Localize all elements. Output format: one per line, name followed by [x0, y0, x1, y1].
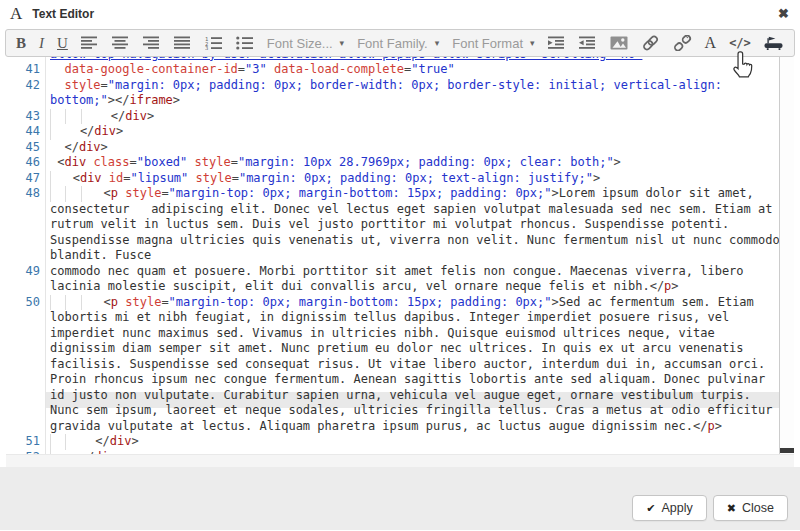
indent-icon: [548, 36, 566, 50]
indent-guide: [50, 171, 65, 187]
indent-guide: [81, 186, 96, 202]
code-line-content: data-google-container-id="3" data-load-c…: [46, 62, 780, 78]
indent-guide: [50, 295, 65, 311]
vertical-scrollbar[interactable]: [779, 57, 794, 455]
code-lines: allow-top-navigation-by-user-activation …: [6, 57, 794, 467]
line-number: 46: [6, 155, 46, 171]
underline-icon: U: [57, 35, 68, 52]
align-left-button[interactable]: [81, 30, 99, 56]
code-line: 45 </div>: [6, 140, 780, 156]
window-title: Text Editor: [32, 7, 94, 21]
line-number: 45: [6, 140, 46, 156]
code-line-content: </div>: [46, 434, 780, 450]
indent-button[interactable]: [548, 30, 566, 56]
code-line-content: style="margin: 0px; padding: 0px; border…: [46, 78, 780, 109]
font-color-button[interactable]: A: [705, 30, 717, 56]
code-line: 50 <p style="margin-top: 0px; margin-bot…: [6, 295, 780, 435]
code-line: 47 <div id="lipsum" style="margin: 0px; …: [6, 171, 780, 187]
code-line: 44 </div>: [6, 124, 780, 140]
code-line-content: <p style="margin-top: 0px; margin-bottom…: [46, 186, 780, 264]
code-line-content: commodo nec quam et posuere. Morbi portt…: [46, 264, 780, 295]
indent-guide: [50, 186, 65, 202]
code-line-content: <div id="lipsum" style="margin: 0px; pad…: [46, 171, 780, 187]
code-view-icon: </>: [729, 36, 751, 50]
line-number: 41: [6, 62, 46, 78]
ordered-list-button[interactable]: 123: [205, 30, 223, 56]
indent-guide: [65, 434, 80, 450]
indent-guide: [81, 295, 96, 311]
justify-icon: [174, 36, 192, 50]
bold-icon: B: [16, 35, 26, 52]
ordered-list-icon: 123: [205, 36, 223, 50]
line-number: 48: [6, 186, 46, 264]
font-format-label: Font Format: [452, 36, 523, 51]
link-icon: [641, 35, 660, 51]
indent-guide: [65, 186, 80, 202]
line-number: 50: [6, 295, 46, 435]
align-right-icon: [143, 36, 161, 50]
bold-button[interactable]: B: [16, 30, 26, 56]
code-line: 46 <div class="boxed" style="margin: 10p…: [6, 155, 780, 171]
image-button[interactable]: [610, 30, 628, 56]
code-line-content: </div>: [46, 124, 780, 140]
bath-icon: [764, 36, 784, 51]
code-view-button[interactable]: </>: [729, 30, 751, 56]
formatting-toolbar: BIU123Font Size...▾Font Family.▾Font For…: [5, 29, 795, 57]
indent-guide: [50, 434, 65, 450]
line-number: 51: [6, 434, 46, 450]
line-number: 49: [6, 264, 46, 295]
code-line: 41 data-google-container-id="3" data-loa…: [6, 62, 780, 78]
close-button-label: Close: [742, 501, 774, 515]
text-editor-icon: A: [10, 4, 22, 24]
font-size-label: Font Size...: [267, 36, 333, 51]
code-line: 43 </div>: [6, 109, 780, 125]
line-number: 43: [6, 109, 46, 125]
indent-guide: [50, 124, 65, 140]
code-editor[interactable]: allow-top-navigation-by-user-activation …: [6, 57, 794, 467]
horizontal-scrollbar[interactable]: [6, 454, 794, 467]
align-right-button[interactable]: [143, 30, 161, 56]
font-family-label: Font Family.: [357, 36, 428, 51]
svg-text:3: 3: [205, 45, 208, 50]
line-number: 44: [6, 124, 46, 140]
font-size-dropdown[interactable]: Font Size...▾: [267, 30, 344, 56]
apply-button[interactable]: ✔ Apply: [632, 495, 707, 521]
code-line-content: <p style="margin-top: 0px; margin-bottom…: [46, 295, 780, 435]
unlink-button[interactable]: [673, 30, 692, 56]
outdent-button[interactable]: [579, 30, 597, 56]
code-line-content: <div class="boxed" style="margin: 10px 2…: [46, 155, 780, 171]
align-center-icon: [112, 36, 130, 50]
align-center-button[interactable]: [112, 30, 130, 56]
indent-guide: [50, 109, 65, 125]
line-number: 47: [6, 171, 46, 187]
code-line: 49commodo nec quam et posuere. Morbi por…: [6, 264, 780, 295]
close-icon[interactable]: ✖: [778, 6, 789, 21]
link-button[interactable]: [641, 30, 660, 56]
bath-button[interactable]: [764, 30, 784, 56]
chevron-down-icon: ▾: [340, 38, 345, 48]
code-line-content: </div>: [46, 109, 780, 125]
align-left-icon: [81, 36, 99, 50]
x-icon: ✖: [727, 502, 736, 515]
chevron-down-icon: ▾: [530, 38, 535, 48]
font-format-dropdown[interactable]: Font Format▾: [452, 30, 534, 56]
italic-button[interactable]: I: [39, 30, 44, 56]
code-line: 51 </div>: [6, 434, 780, 450]
image-icon: [610, 36, 628, 50]
unlink-icon: [673, 35, 692, 51]
italic-icon: I: [39, 35, 44, 52]
check-icon: ✔: [646, 502, 655, 515]
code-line: 48 <p style="margin-top: 0px; margin-bot…: [6, 186, 780, 264]
footer-buttons: ✔ Apply ✖ Close: [632, 495, 788, 521]
underline-button[interactable]: U: [57, 30, 68, 56]
code-line-content: </div>: [46, 140, 780, 156]
font-family-dropdown[interactable]: Font Family.▾: [357, 30, 439, 56]
outdent-icon: [579, 36, 597, 50]
scrollbar-thumb[interactable]: [780, 448, 794, 453]
close-button[interactable]: ✖ Close: [713, 495, 788, 521]
dialog-footer: ✔ Apply ✖ Close: [0, 467, 800, 530]
justify-button[interactable]: [174, 30, 192, 56]
clipped-link-text: allow-top-navigation-by-user-activation …: [50, 57, 642, 61]
font-color-icon: A: [705, 34, 717, 52]
unordered-list-button[interactable]: [236, 30, 254, 56]
